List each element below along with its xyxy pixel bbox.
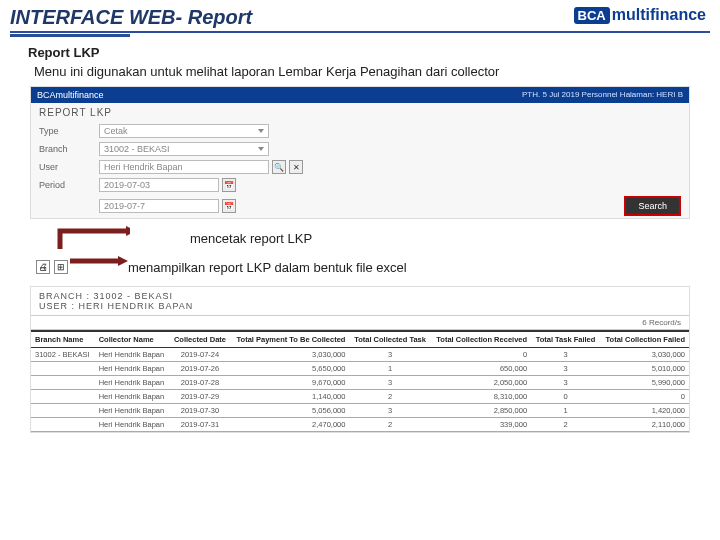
- table-row: 31002 - BEKASIHeri Hendrik Bapan2019-07-…: [31, 348, 689, 362]
- table-cell: 0: [600, 390, 689, 404]
- app-topbar: BCAmultifinance PTH. 5 Jul 2019 Personne…: [31, 87, 689, 103]
- clear-icon[interactable]: ✕: [289, 160, 303, 174]
- report-user-line: USER : HERI HENDRIK BAPAN: [39, 301, 681, 311]
- table-cell: 3: [531, 376, 600, 390]
- calendar-icon[interactable]: 📅: [222, 178, 236, 192]
- table-cell: 2019-07-29: [169, 390, 230, 404]
- table-cell: 2: [531, 418, 600, 432]
- report-table: Branch NameCollector NameCollected DateT…: [31, 330, 689, 432]
- search-icon[interactable]: 🔍: [272, 160, 286, 174]
- table-cell: 2019-07-24: [169, 348, 230, 362]
- type-label: Type: [39, 126, 99, 136]
- table-cell: 5,056,000: [231, 404, 350, 418]
- callout-print: mencetak report LKP: [30, 225, 690, 251]
- table-cell: [31, 390, 95, 404]
- branch-value: 31002 - BEKASI: [104, 144, 170, 154]
- table-cell: Heri Hendrik Bapan: [95, 404, 170, 418]
- period-from-value: 2019-07-03: [104, 180, 150, 190]
- type-select[interactable]: Cetak: [99, 124, 269, 138]
- col-header: Total Payment To Be Collected: [231, 331, 350, 348]
- table-cell: 0: [531, 390, 600, 404]
- table-cell: 2019-07-31: [169, 418, 230, 432]
- logo-bca: BCA: [574, 7, 610, 24]
- table-cell: 1,140,000: [231, 390, 350, 404]
- table-cell: 3: [349, 376, 430, 390]
- table-cell: 1: [531, 404, 600, 418]
- table-cell: 2,050,000: [431, 376, 531, 390]
- table-cell: 1: [349, 362, 430, 376]
- period-to-value: 2019-07-7: [104, 201, 145, 211]
- table-cell: 3: [531, 348, 600, 362]
- table-cell: 5,650,000: [231, 362, 350, 376]
- table-cell: 650,000: [431, 362, 531, 376]
- table-cell: 3,030,000: [600, 348, 689, 362]
- table-cell: Heri Hendrik Bapan: [95, 376, 170, 390]
- form-header: REPORT LKP: [31, 103, 689, 122]
- table-cell: 3,030,000: [231, 348, 350, 362]
- table-cell: Heri Hendrik Bapan: [95, 418, 170, 432]
- table-cell: Heri Hendrik Bapan: [95, 362, 170, 376]
- col-header: Total Collected Task: [349, 331, 430, 348]
- callout-print-text: mencetak report LKP: [190, 231, 312, 246]
- table-cell: Heri Hendrik Bapan: [95, 348, 170, 362]
- table-cell: 5,010,000: [600, 362, 689, 376]
- table-cell: 8,310,000: [431, 390, 531, 404]
- col-header: Branch Name: [31, 331, 95, 348]
- table-row: Heri Hendrik Bapan2019-07-312,470,000233…: [31, 418, 689, 432]
- table-cell: 5,990,000: [600, 376, 689, 390]
- user-value: Heri Hendrik Bapan: [104, 162, 183, 172]
- section-subtitle: Report LKP: [28, 45, 692, 60]
- table-cell: 2019-07-26: [169, 362, 230, 376]
- table-cell: [31, 404, 95, 418]
- period-to-input[interactable]: 2019-07-7: [99, 199, 219, 213]
- table-cell: 2019-07-30: [169, 404, 230, 418]
- chevron-down-icon: [258, 147, 264, 151]
- app-brand: BCAmultifinance: [37, 90, 104, 100]
- table-cell: 2: [349, 390, 430, 404]
- table-cell: [31, 362, 95, 376]
- branch-label: Branch: [39, 144, 99, 154]
- report-info: BRANCH : 31002 - BEKASI USER : HERI HEND…: [31, 287, 689, 316]
- table-cell: 2,110,000: [600, 418, 689, 432]
- excel-icon[interactable]: ⊞: [54, 260, 68, 274]
- callout-group: mencetak report LKP 🖨 ⊞ menampilkan repo…: [30, 225, 690, 280]
- period-from-input[interactable]: 2019-07-03: [99, 178, 219, 192]
- table-cell: 0: [431, 348, 531, 362]
- calendar-icon[interactable]: 📅: [222, 199, 236, 213]
- col-header: Total Task Failed: [531, 331, 600, 348]
- screenshot-report-form: BCAmultifinance PTH. 5 Jul 2019 Personne…: [30, 86, 690, 219]
- section-description: Menu ini digunakan untuk melihat laporan…: [34, 64, 686, 80]
- table-cell: [31, 418, 95, 432]
- col-header: Total Collection Failed: [600, 331, 689, 348]
- callout-excel: 🖨 ⊞ menampilkan report LKP dalam bentuk …: [30, 254, 690, 280]
- table-cell: 9,670,000: [231, 376, 350, 390]
- table-cell: 2019-07-28: [169, 376, 230, 390]
- brand-logo: BCAmultifinance: [574, 6, 706, 24]
- table-cell: 3: [349, 404, 430, 418]
- chevron-down-icon: [258, 129, 264, 133]
- table-cell: [31, 376, 95, 390]
- table-cell: 339,000: [431, 418, 531, 432]
- user-label: User: [39, 162, 99, 172]
- record-count: 6 Record/s: [31, 316, 689, 330]
- period-label: Period: [39, 180, 99, 190]
- table-cell: 31002 - BEKASI: [31, 348, 95, 362]
- logo-multifinance: multifinance: [612, 6, 706, 23]
- user-select[interactable]: Heri Hendrik Bapan: [99, 160, 269, 174]
- table-cell: 2,850,000: [431, 404, 531, 418]
- table-cell: Heri Hendrik Bapan: [95, 390, 170, 404]
- col-header: Total Collection Received: [431, 331, 531, 348]
- branch-select[interactable]: 31002 - BEKASI: [99, 142, 269, 156]
- table-row: Heri Hendrik Bapan2019-07-265,650,000165…: [31, 362, 689, 376]
- app-topbar-info: PTH. 5 Jul 2019 Personnel Halaman: HERI …: [522, 90, 683, 100]
- title-underline: [10, 31, 710, 37]
- printer-icon[interactable]: 🖨: [36, 260, 50, 274]
- table-row: Heri Hendrik Bapan2019-07-289,670,00032,…: [31, 376, 689, 390]
- table-cell: 3: [349, 348, 430, 362]
- table-cell: 1,420,000: [600, 404, 689, 418]
- callout-excel-text: menampilkan report LKP dalam bentuk file…: [128, 260, 407, 275]
- search-button[interactable]: Search: [624, 196, 681, 216]
- type-value: Cetak: [104, 126, 128, 136]
- screenshot-report-table: BRANCH : 31002 - BEKASI USER : HERI HEND…: [30, 286, 690, 433]
- table-row: Heri Hendrik Bapan2019-07-305,056,00032,…: [31, 404, 689, 418]
